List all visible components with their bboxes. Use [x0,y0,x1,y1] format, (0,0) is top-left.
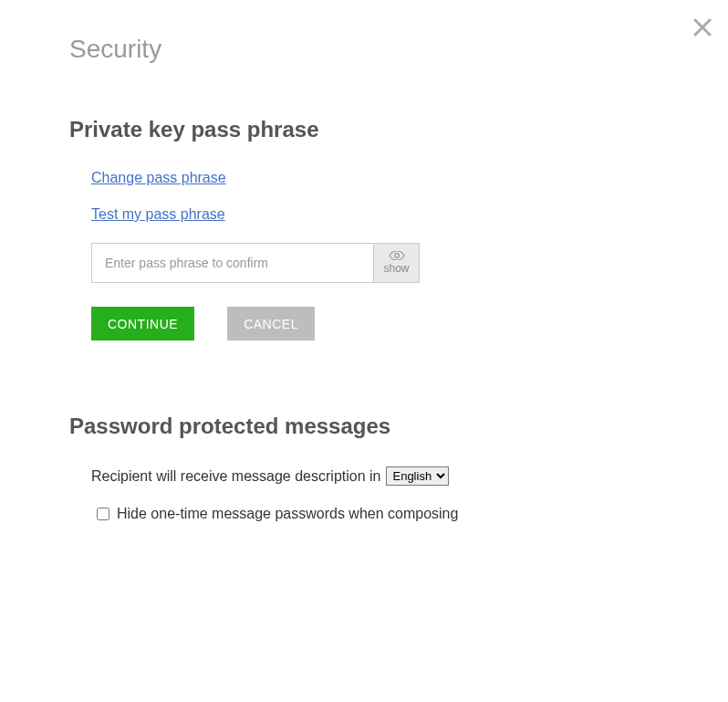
continue-button[interactable]: CONTINUE [91,307,194,341]
close-icon[interactable] [693,16,712,40]
section-heading-passphrase: Private key pass phrase [69,117,643,142]
language-select[interactable]: English [386,466,449,486]
hide-passwords-checkbox[interactable] [97,508,109,520]
svg-point-2 [394,254,399,258]
show-toggle-label: show [383,263,409,275]
hide-passwords-label: Hide one-time message passwords when com… [117,506,458,522]
passphrase-input[interactable] [91,243,374,283]
show-password-toggle[interactable]: show [374,243,420,283]
page-title: Security [69,35,643,64]
test-passphrase-link[interactable]: Test my pass phrase [91,206,225,222]
cancel-button[interactable]: CANCEL [227,307,315,341]
language-label: Recipient will receive message descripti… [91,468,380,485]
section-heading-pwd-protected: Password protected messages [69,414,643,439]
change-passphrase-link[interactable]: Change pass phrase [91,170,226,185]
